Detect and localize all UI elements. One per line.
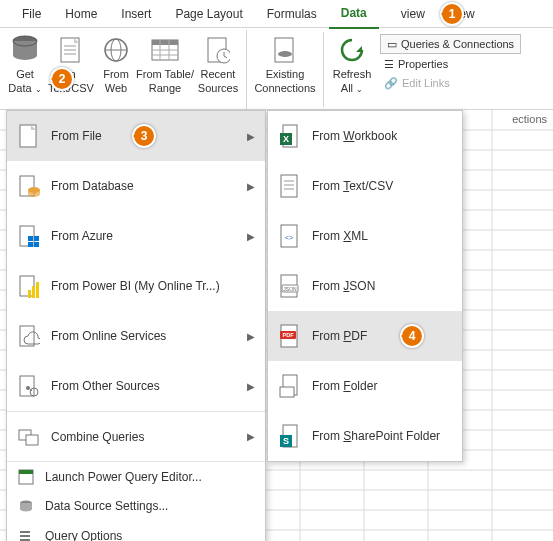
svg-text:S: S [283,436,289,446]
submenu-from-json[interactable]: JSON From JSON [268,261,462,311]
settings-icon [17,497,35,515]
recent-icon [202,34,234,66]
from-powerbi-label: From Power BI (My Online Tr...) [51,279,220,293]
submenu-from-workbook[interactable]: X From Workbook [268,111,462,161]
menu-from-azure[interactable]: From Azure ▶ [7,211,265,261]
recent-sources-button[interactable]: Recent Sources [194,32,242,94]
get-data-button[interactable]: Get Data ⌄ [4,32,46,96]
chevron-right-icon: ▶ [247,131,255,142]
menu-ds-settings[interactable]: Data Source Settings... [7,491,265,521]
menu-combine-queries[interactable]: Combine Queries ▶ [7,411,265,461]
submenu-from-folder[interactable]: From Folder [268,361,462,411]
query-options-label: Query Options [45,529,122,541]
from-online-label: From Online Services [51,329,166,343]
svg-rect-10 [152,40,178,45]
menu-from-other[interactable]: From Other Sources ▶ [7,361,265,411]
svg-text:<>: <> [285,234,293,241]
svg-point-61 [26,386,30,390]
sharepoint-label: From SharePoint Folder [312,429,440,443]
submenu-from-textcsv[interactable]: From Text/CSV [268,161,462,211]
workbook-label: From Workbook [312,129,397,143]
table-label1: From Table/ [136,68,194,80]
get-data-label2: Data ⌄ [8,82,41,96]
svg-rect-50 [28,236,33,241]
get-data-menu: From File ▶ From Database ▶ From Azure ▶… [6,110,266,541]
svg-rect-51 [34,236,39,241]
edit-links-button: 🔗Edit Links [380,74,521,92]
annotation-1: 1 [440,2,464,26]
tab-file[interactable]: File [10,0,53,28]
properties-button[interactable]: ☰Properties [380,55,521,73]
combine-label: Combine Queries [51,430,144,444]
from-web-button[interactable]: From Web [96,32,136,94]
tab-insert[interactable]: Insert [109,0,163,28]
powerbi-icon [17,274,41,298]
annotation-4: 4 [400,324,424,348]
annotation-3: 3 [132,124,156,148]
table-label2: Range [149,82,181,94]
svg-text:JSON: JSON [283,286,297,292]
chevron-right-icon: ▶ [247,181,255,192]
table-icon [149,34,181,66]
recent-label1: Recent [201,68,236,80]
excel-icon: X [278,124,302,148]
svg-point-20 [278,51,292,57]
database-icon [17,174,41,198]
tab-formulas[interactable]: Formulas [255,0,329,28]
from-database-label: From Database [51,179,134,193]
database-icon [9,34,41,66]
from-table-button[interactable]: From Table/ Range [136,32,194,94]
menu-query-options[interactable]: Query Options [7,521,265,541]
tab-page-layout[interactable]: Page Layout [163,0,254,28]
submenu-from-xml[interactable]: <> From XML [268,211,462,261]
submenu-from-pdf[interactable]: PDF From PDF [268,311,462,361]
connections-icon [269,34,301,66]
existing-label2: Connections [254,82,315,94]
svg-text:PDF: PDF [283,332,295,338]
textcsv-icon [55,34,87,66]
svg-rect-19 [275,38,293,62]
partial-text: ections [512,113,547,125]
ds-settings-label: Data Source Settings... [45,499,168,513]
tab-home[interactable]: Home [53,0,109,28]
folder-icon [278,374,302,398]
chevron-right-icon: ▶ [247,331,255,342]
file-icon [17,124,41,148]
tab-review-partial[interactable]: view [379,0,437,28]
combine-icon [17,425,41,449]
refresh-label2: All ⌄ [341,82,363,96]
chevron-right-icon: ▶ [247,231,255,242]
xml-label: From XML [312,229,368,243]
svg-rect-59 [20,376,34,396]
tab-data[interactable]: Data [329,0,379,29]
worksheet-grid[interactable]: ections From File ▶ From Database ▶ From… [0,110,553,541]
web-label2: Web [105,82,127,94]
get-data-label1: Get [16,68,34,80]
from-other-label: From Other Sources [51,379,160,393]
svg-rect-57 [36,282,39,298]
web-label1: From [103,68,129,80]
queries-icon: ▭ [387,35,397,53]
svg-rect-54 [20,276,34,296]
launch-pq-label: Launch Power Query Editor... [45,470,202,484]
menu-launch-pq[interactable]: Launch Power Query Editor... [7,461,265,491]
svg-rect-53 [34,242,39,247]
pdf-icon: PDF [278,324,302,348]
pdf-label: From PDF [312,329,367,343]
refresh-label1: Refresh [333,68,372,80]
svg-rect-68 [20,531,30,533]
refresh-icon [336,34,368,66]
queries-connections-button[interactable]: ▭Queries & Connections [380,34,521,54]
menu-from-online[interactable]: From Online Services ▶ [7,311,265,361]
menu-from-database[interactable]: From Database ▶ [7,161,265,211]
submenu-from-sharepoint[interactable]: S From SharePoint Folder [268,411,462,461]
json-label: From JSON [312,279,375,293]
group-connections: Existing Connections Refresh All ⌄ ▭Quer… [247,30,525,109]
chevron-right-icon: ▶ [247,381,255,392]
svg-rect-55 [28,290,31,298]
menu-from-powerbi[interactable]: From Power BI (My Online Tr...) [7,261,265,311]
existing-connections-button[interactable]: Existing Connections [251,32,319,94]
svg-rect-69 [20,535,30,537]
refresh-all-button[interactable]: Refresh All ⌄ [328,32,376,96]
json-icon: JSON [278,274,302,298]
